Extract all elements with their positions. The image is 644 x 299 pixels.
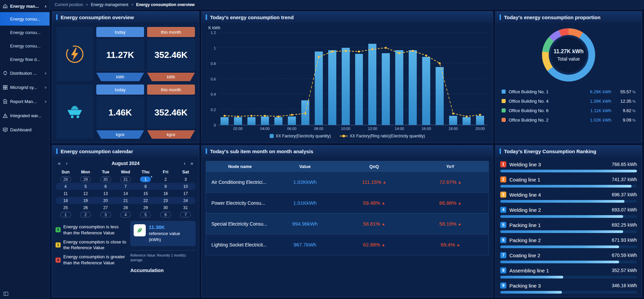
sidebar-item-energy-management[interactable]: Energy man... ∧	[0, 0, 49, 12]
calendar-date-2[interactable]: 2	[160, 176, 171, 182]
sidebar-subitem-1[interactable]: Energy consu...	[0, 26, 49, 39]
panel-energy-consumption-trend: Today's energy consumption trend K kWh 0…	[201, 11, 493, 143]
calendar-date-31[interactable]: 31	[180, 205, 191, 210]
legend-item-ring-ratio[interactable]: XX Factory(Ring ratio)(Electricity quant…	[340, 134, 425, 138]
overview-body: today11.27KkWhthis month352.46KkWhtoday1…	[52, 23, 199, 143]
up-arrow-icon: ▲	[381, 243, 385, 247]
proportion-legend-row-1[interactable]: Office Building No. 41.39K kWh12.35%	[502, 96, 636, 106]
calendar-date-12[interactable]: 12	[80, 191, 91, 196]
calendar-date-1[interactable]: 1	[140, 176, 151, 182]
calendar-date-11[interactable]: 11	[60, 191, 71, 196]
calendar-date-10[interactable]: 10	[180, 184, 191, 189]
node-name[interactable]: Power Electricity Consu...	[206, 192, 274, 213]
panel-title: Today's sub item month on month analysis	[202, 145, 493, 157]
calendar-date-2[interactable]: 2	[80, 212, 91, 218]
proportion-legend-row-2[interactable]: Office Building No. 61.11K kWh9.82%	[502, 106, 636, 115]
calendar-date-6[interactable]: 6	[160, 212, 171, 218]
calendar-date-3[interactable]: 3	[100, 212, 111, 218]
calendar-date-9[interactable]: 9	[160, 184, 171, 189]
calendar-date-28[interactable]: 28	[120, 205, 131, 210]
calendar-date-7[interactable]: 7	[180, 212, 191, 218]
calendar-date-3[interactable]: 3	[180, 176, 191, 182]
period-button[interactable]: today	[96, 27, 144, 37]
ranking-item-2[interactable]: 2Coating line 1741.37 kWh	[500, 175, 637, 188]
ranking-item-5[interactable]: 5Packing line 1692.25 kWh	[500, 221, 637, 233]
reference-value: 11.38K	[149, 224, 186, 230]
calendar-date-17[interactable]: 17	[180, 191, 191, 196]
unit-button[interactable]: kWh	[96, 73, 144, 81]
calendar-date-14[interactable]: 14	[120, 191, 131, 196]
calendar-next-button[interactable]: ›	[181, 161, 188, 166]
breadcrumb-item-energy-management[interactable]: Energy management	[91, 2, 128, 7]
sidebar-item-3[interactable]: Integrated war...	[0, 108, 49, 123]
calendar-date-19[interactable]: 19	[80, 198, 91, 203]
unit-button[interactable]: kWh	[147, 73, 195, 81]
calendar-date-25[interactable]: 25	[60, 205, 71, 210]
legend-item-electricity[interactable]: XX Factory(Electricity quantity)	[270, 134, 331, 138]
period-button[interactable]: today	[96, 85, 144, 95]
sidebar-subitem-3[interactable]: Energy flow d...	[0, 53, 49, 66]
calendar-prev-button[interactable]: ‹	[63, 161, 70, 166]
line-point	[277, 115, 279, 118]
calendar-date-24[interactable]: 24	[180, 198, 191, 203]
calendar-date-5[interactable]: 5	[80, 184, 91, 189]
calendar-date-1[interactable]: 1	[60, 212, 71, 218]
calendar-date-7[interactable]: 7	[120, 184, 131, 189]
proportion-legend-row-3[interactable]: Office Building No. 21.02K kWh9.09%	[502, 115, 636, 125]
building-value: 6.26K kWh	[579, 89, 611, 94]
unit-button[interactable]: kgce	[96, 130, 144, 139]
proportion-legend-row-0[interactable]: Office Building No. 16.26K kWh55.57%	[502, 87, 636, 96]
panel-title-text: Today's Energy Consumption Ranking	[504, 148, 596, 154]
table-header-yoy: YoY	[412, 161, 488, 171]
sidebar-subitem-0[interactable]: Energy consu...	[0, 12, 49, 26]
rank-progress-fill	[500, 276, 563, 278]
sidebar-subitem-2[interactable]: Energy consu...	[0, 39, 49, 53]
ranking-item-7[interactable]: 7Coating line 2670.59 kWh	[500, 251, 637, 263]
calendar-date-4[interactable]: 4	[120, 212, 131, 218]
calendar-date-29[interactable]: 29	[140, 205, 151, 210]
ranking-item-3[interactable]: 3Welding line 4696.37 kWh	[500, 191, 637, 203]
sidebar-item-0[interactable]: Distribution ...∨	[0, 66, 49, 80]
ranking-item-6[interactable]: 6Packing line 2671.93 kWh	[500, 236, 637, 248]
calendar-date-5[interactable]: 5	[140, 212, 151, 218]
metric-card-1-0: today1.46Kkgce	[96, 85, 144, 139]
calendar-date-28[interactable]: 28	[60, 176, 71, 182]
calendar-date-13[interactable]: 13	[100, 191, 111, 196]
sidebar-item-4[interactable]: Dashboard	[0, 123, 49, 137]
calendar-date-6[interactable]: 6	[100, 184, 111, 189]
calendar-date-31[interactable]: 31	[120, 176, 131, 182]
calendar-date-20[interactable]: 20	[100, 198, 111, 203]
calendar-date-8[interactable]: 8	[140, 184, 151, 189]
node-name[interactable]: Air Conditioning Electrici...	[206, 171, 274, 192]
calendar-date-18[interactable]: 18	[60, 198, 71, 203]
ranking-item-8[interactable]: 8Assembling line 1352.57 kWh	[500, 266, 637, 278]
calendar-date-16[interactable]: 16	[160, 191, 171, 196]
calendar-date-23[interactable]: 23	[160, 198, 171, 203]
ranking-item-1[interactable]: 1Welding line 3768.65 kWh	[500, 160, 637, 172]
calendar-date-26[interactable]: 26	[80, 205, 91, 210]
calendar-date-15[interactable]: 15	[140, 191, 151, 196]
ranking-item-9[interactable]: 9Packing line 3346.16 kWh	[500, 281, 637, 294]
calendar-date-27[interactable]: 27	[100, 205, 111, 210]
up-arrow-icon: ▲	[456, 243, 460, 247]
calendar-date-22[interactable]: 22	[140, 198, 151, 203]
unit-button[interactable]: kgce	[147, 130, 195, 139]
node-name[interactable]: Special Electricity Consu...	[206, 213, 274, 234]
period-button[interactable]: this month	[147, 85, 195, 95]
panel-title-text: Today's energy consumption proportion	[504, 14, 601, 20]
sidebar-collapse-icon[interactable]	[3, 291, 8, 296]
period-button[interactable]: this month	[147, 27, 195, 37]
calendar-date-4[interactable]: 4	[60, 184, 71, 189]
calendar-first-button[interactable]: «	[56, 161, 63, 166]
calendar-date-30[interactable]: 30	[160, 205, 171, 210]
ranking-item-4[interactable]: 4Welding line 2693.07 kWh	[500, 206, 637, 218]
calendar-last-button[interactable]: »	[188, 161, 196, 166]
calendar-date-30[interactable]: 30	[100, 176, 111, 182]
sidebar-item-1[interactable]: Microgrid sy...∨	[0, 80, 49, 94]
donut-chart[interactable]: 11.27K kWh Total value	[542, 28, 595, 81]
calendar-date-29[interactable]: 29	[80, 176, 91, 182]
calendar-date-21[interactable]: 21	[120, 198, 131, 203]
node-name[interactable]: Lighting Socket Electricit...	[206, 234, 274, 255]
sidebar-item-label: Report Man...	[10, 99, 37, 104]
sidebar-item-2[interactable]: Report Man...∨	[0, 94, 49, 108]
